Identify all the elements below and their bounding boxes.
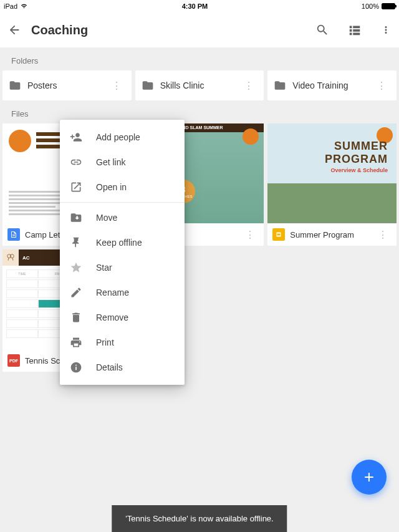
menu-label: Star [96, 263, 112, 273]
app-bar: Coaching [0, 12, 399, 47]
overflow-button[interactable] [380, 23, 392, 37]
folder-video-training[interactable]: Video Training ⋮ [267, 70, 397, 100]
menu-label: Rename [96, 288, 129, 297]
menu-print[interactable]: Print [60, 330, 185, 355]
menu-add-people[interactable]: Add people [60, 125, 185, 150]
menu-label: Open in [96, 182, 127, 192]
menu-rename[interactable]: Rename [60, 280, 185, 305]
rename-icon [70, 286, 82, 299]
file-name: Summer Program [290, 230, 369, 239]
device-label: iPad [4, 2, 17, 10]
plus-icon: + [364, 467, 374, 487]
add-people-icon [70, 131, 82, 143]
folder-icon [142, 79, 154, 92]
link-icon [70, 156, 82, 168]
add-fab[interactable]: + [352, 460, 387, 495]
folder-posters[interactable]: Posters ⋮ [2, 70, 132, 100]
menu-remove[interactable]: Remove [60, 305, 185, 330]
menu-label: Move [96, 213, 117, 223]
battery-percent: 100% [362, 2, 379, 10]
menu-label: Add people [96, 132, 140, 142]
menu-star[interactable]: Star [60, 255, 185, 280]
back-button[interactable] [7, 23, 21, 37]
folder-row: Posters ⋮ Skills Clinic ⋮ Video Training… [0, 70, 399, 100]
menu-open-in[interactable]: Open in [60, 175, 185, 200]
ios-status-bar: iPad 4:30 PM 100% [0, 0, 399, 12]
folder-icon [9, 79, 21, 92]
menu-label: Details [96, 362, 123, 372]
open-in-icon [70, 181, 82, 193]
svg-rect-1 [277, 234, 281, 236]
pin-icon [70, 236, 82, 249]
star-icon [70, 261, 82, 274]
menu-move[interactable]: Move [60, 205, 185, 230]
folder-more-button[interactable]: ⋮ [373, 76, 390, 95]
svg-line-4 [8, 258, 9, 261]
menu-label: Remove [96, 312, 128, 322]
folder-name: Skills Clinic [160, 80, 241, 90]
move-icon [70, 211, 82, 224]
info-icon [70, 361, 82, 374]
menu-label: Keep offline [96, 238, 142, 248]
toast-snackbar: 'Tennis Schedule' is now available offli… [112, 505, 287, 532]
wifi-icon [20, 3, 28, 9]
slide-icon [272, 228, 285, 241]
menu-divider [60, 202, 185, 203]
print-icon [70, 336, 82, 349]
battery-icon [382, 3, 395, 9]
svg-line-5 [12, 258, 13, 261]
menu-details[interactable]: Details [60, 355, 185, 380]
pdf-icon: PDF [7, 354, 20, 367]
menu-keep-offline[interactable]: Keep offline [60, 230, 185, 255]
file-context-menu: Add people Get link Open in Move Keep of… [60, 120, 185, 385]
folder-icon [274, 79, 286, 92]
file-summer-program[interactable]: SUMMER PROGRAM Overview & Schedule Summe… [267, 123, 397, 246]
page-title: Coaching [31, 23, 305, 37]
menu-label: Print [96, 337, 114, 347]
view-list-button[interactable] [348, 23, 362, 37]
menu-label: Get link [96, 157, 125, 167]
folder-skills-clinic[interactable]: Skills Clinic ⋮ [135, 70, 264, 100]
file-more-button[interactable]: ⋮ [374, 225, 392, 244]
search-button[interactable] [315, 23, 329, 37]
file-thumbnail: SUMMER PROGRAM Overview & Schedule [267, 123, 397, 223]
menu-get-link[interactable]: Get link [60, 150, 185, 175]
folder-name: Posters [27, 80, 108, 90]
doc-icon [7, 228, 20, 241]
folders-section-label: Folders [0, 47, 399, 70]
folder-name: Video Training [292, 80, 373, 90]
trash-icon [70, 311, 82, 324]
folder-more-button[interactable]: ⋮ [240, 76, 257, 95]
folder-more-button[interactable]: ⋮ [108, 76, 125, 95]
file-more-button[interactable]: ⋮ [241, 225, 259, 244]
status-time: 4:30 PM [182, 2, 208, 10]
